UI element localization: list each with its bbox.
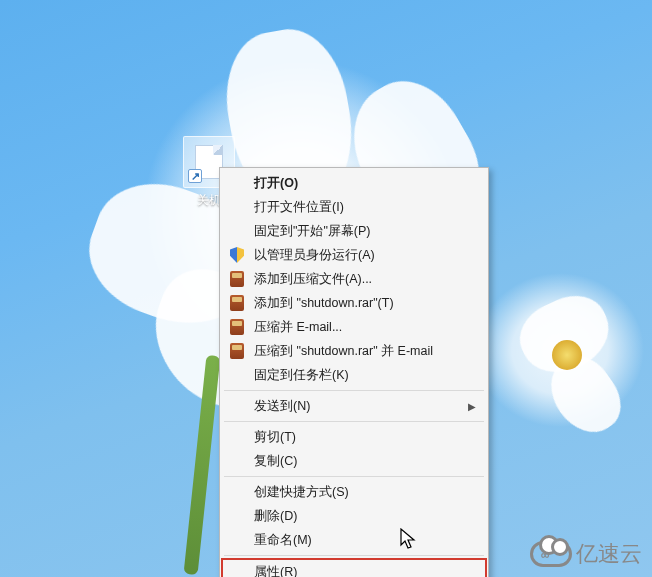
watermark-logo: ∞ 亿速云 <box>530 539 642 569</box>
menu-item-label: 添加到压缩文件(A)... <box>254 271 372 288</box>
shortcut-overlay-icon: ↗ <box>188 169 202 183</box>
menu-separator <box>224 476 484 477</box>
menu-item[interactable]: 固定到"开始"屏幕(P) <box>222 219 486 243</box>
menu-item[interactable]: 压缩并 E-mail... <box>222 315 486 339</box>
menu-item-label: 固定到"开始"屏幕(P) <box>254 223 371 240</box>
menu-separator <box>224 421 484 422</box>
cloud-icon: ∞ <box>530 541 572 567</box>
menu-separator <box>224 390 484 391</box>
menu-item[interactable]: 复制(C) <box>222 449 486 473</box>
menu-item[interactable]: 固定到任务栏(K) <box>222 363 486 387</box>
shield-icon <box>228 246 246 264</box>
rar-icon <box>228 294 246 312</box>
menu-item[interactable]: 压缩到 "shutdown.rar" 并 E-mail <box>222 339 486 363</box>
watermark-text: 亿速云 <box>576 539 642 569</box>
menu-item[interactable]: 重命名(M) <box>222 528 486 552</box>
rar-icon <box>228 342 246 360</box>
desktop-background: ↗ 关机 打开(O)打开文件位置(I)固定到"开始"屏幕(P)以管理员身份运行(… <box>0 0 652 577</box>
rar-icon <box>228 270 246 288</box>
menu-item[interactable]: 属性(R) <box>222 559 486 577</box>
menu-item[interactable]: 删除(D) <box>222 504 486 528</box>
menu-item[interactable]: 打开(O) <box>222 171 486 195</box>
rar-icon <box>228 318 246 336</box>
menu-item-label: 重命名(M) <box>254 532 312 549</box>
chevron-right-icon: ▶ <box>468 401 476 412</box>
menu-item[interactable]: 剪切(T) <box>222 425 486 449</box>
wallpaper-flower-center <box>552 340 582 370</box>
menu-item-label: 打开(O) <box>254 175 298 192</box>
menu-item-label: 发送到(N) <box>254 398 310 415</box>
menu-item-label: 创建快捷方式(S) <box>254 484 349 501</box>
context-menu: 打开(O)打开文件位置(I)固定到"开始"屏幕(P)以管理员身份运行(A)添加到… <box>219 167 489 577</box>
menu-item-label: 压缩并 E-mail... <box>254 319 342 336</box>
menu-item-label: 以管理员身份运行(A) <box>254 247 375 264</box>
menu-item[interactable]: 以管理员身份运行(A) <box>222 243 486 267</box>
menu-item[interactable]: 创建快捷方式(S) <box>222 480 486 504</box>
menu-item-label: 剪切(T) <box>254 429 296 446</box>
menu-item[interactable]: 添加到 "shutdown.rar"(T) <box>222 291 486 315</box>
menu-item-label: 属性(R) <box>254 564 297 578</box>
menu-item[interactable]: 打开文件位置(I) <box>222 195 486 219</box>
menu-item[interactable]: 添加到压缩文件(A)... <box>222 267 486 291</box>
menu-item-label: 复制(C) <box>254 453 297 470</box>
menu-item-label: 打开文件位置(I) <box>254 199 344 216</box>
menu-item-label: 固定到任务栏(K) <box>254 367 349 384</box>
menu-item[interactable]: 发送到(N)▶ <box>222 394 486 418</box>
menu-separator <box>224 555 484 556</box>
menu-item-label: 添加到 "shutdown.rar"(T) <box>254 295 394 312</box>
menu-item-label: 压缩到 "shutdown.rar" 并 E-mail <box>254 343 433 360</box>
menu-item-label: 删除(D) <box>254 508 297 525</box>
